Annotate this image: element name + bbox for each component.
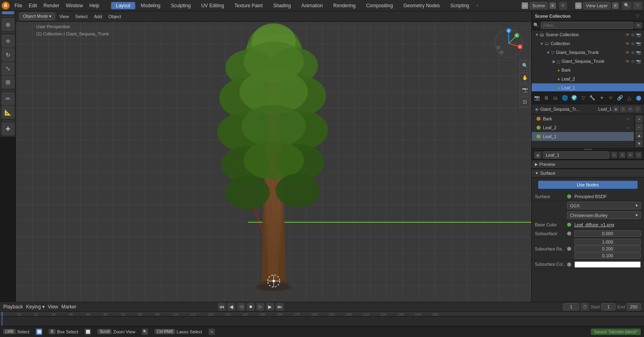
outliner-filter-icon[interactable]: ▽ (634, 13, 641, 19)
mat-copy2-icon[interactable]: ⎘ (619, 152, 625, 158)
subsurface-radius-r[interactable]: 1.000 (574, 239, 641, 245)
menu-file[interactable]: File (11, 2, 25, 9)
trunk-visibility-icon[interactable]: 👁 (625, 59, 630, 64)
timeline-ruler[interactable]: 1 10 20 30 40 50 60 70 80 90 100 110 120… (0, 312, 644, 326)
step-fwd-btn[interactable]: ▶ (266, 303, 274, 311)
tab-scripting[interactable]: Scripting (446, 2, 474, 9)
coll-render-icon[interactable]: 📷 (636, 41, 641, 46)
mat-delete2-icon[interactable]: ✕ (627, 152, 634, 158)
output-props-icon[interactable]: 🖥 (542, 93, 551, 103)
trunk-grp-visibility-icon[interactable]: 👁 (625, 50, 630, 55)
menu-edit[interactable]: Edit (25, 2, 40, 9)
subsurface-method-dropdown[interactable]: Christensen-Burley ▾ (567, 211, 641, 219)
data-props-icon[interactable]: △ (625, 93, 634, 103)
scene-props-icon[interactable]: 🌐 (560, 93, 570, 103)
remove-material-slot-btn[interactable]: − (636, 124, 643, 131)
tab-animation[interactable]: Animation (297, 2, 328, 9)
menu-help[interactable]: Help (86, 2, 103, 9)
scene-name[interactable]: Scene (530, 2, 548, 9)
frame-end-field[interactable]: 250 (627, 303, 641, 310)
material-browse-btn[interactable]: ◉ (534, 151, 541, 159)
ortho-view-btn[interactable]: ⊡ (520, 97, 530, 107)
outliner-filter-options-icon[interactable]: ⚙ (634, 22, 642, 29)
outliner-item-giant-sequoia-trunk-group[interactable]: ▼ ▽ Giant_Sequoia_Trunk 👁 ⊙ 📷 (532, 48, 644, 57)
coll-visibility-icon[interactable]: 👁 (625, 41, 630, 46)
object-props-icon[interactable]: ▽ (579, 93, 588, 103)
navigation-gizmo[interactable]: Y X Z (493, 27, 525, 61)
trunk-render-icon[interactable]: 📷 (636, 59, 641, 64)
subsurface-radius-g[interactable]: 0.200 (574, 246, 641, 252)
tab-geometry-nodes[interactable]: Geometry Nodes (398, 2, 445, 9)
outliner-item-giant-sequoia-trunk-mesh[interactable]: ▶ △ Giant_Sequoia_Trunk 👁 ⊙ 📷 (532, 57, 644, 66)
render-props-icon[interactable]: 📷 (533, 93, 542, 103)
stop-btn[interactable]: ⏺ (247, 303, 255, 311)
material-name-field[interactable] (543, 151, 609, 159)
tab-texture-paint[interactable]: Texture Paint (230, 2, 268, 9)
tab-rendering[interactable]: Rendering (328, 2, 360, 9)
move-material-down-btn[interactable]: ▼ (636, 140, 643, 147)
marker-label[interactable]: Marker (62, 304, 76, 310)
material-slot-leaf1[interactable]: Leaf_1 ≡ (532, 132, 634, 141)
material-browse-icon[interactable]: ◉ (613, 106, 619, 112)
step-back-btn[interactable]: ◀ (227, 303, 235, 311)
material-props-icon[interactable]: ⬤ (634, 93, 643, 103)
lasso-icon[interactable]: ∿ (208, 329, 215, 335)
play-back-btn[interactable]: ◁ (237, 303, 245, 311)
outliner-item-scene-collection[interactable]: ▼ 🗂 Scene Collection 👁 ⊙ 📷 (532, 30, 644, 39)
menu-window[interactable]: Window (62, 2, 86, 9)
topbar-filter-icon[interactable]: ▽ (633, 2, 642, 10)
trunk-select-icon[interactable]: ⊙ (631, 59, 634, 64)
subsurface-color-swatch[interactable] (574, 261, 641, 268)
outliner-search-input[interactable] (541, 22, 634, 29)
subsurface-value[interactable]: 0.000 (574, 230, 641, 237)
material-copy-icon[interactable]: ⎘ (620, 106, 626, 112)
menu-render[interactable]: Render (40, 2, 62, 9)
subsurface-radius-b[interactable]: 0.100 (574, 252, 641, 259)
outliner-item-leaf2[interactable]: ● Leaf_2 (532, 74, 644, 83)
material-slot-leaf2[interactable]: Leaf_2 ≡ (532, 123, 634, 132)
base-color-texture[interactable]: Leaf_diffuse_v1.png (574, 222, 614, 227)
add-menu-btn[interactable]: Add (92, 13, 105, 20)
tab-layout[interactable]: Layout (111, 2, 135, 9)
scene-close-icon[interactable]: ✕ (549, 2, 556, 9)
keying-label[interactable]: Keying ▾ (26, 304, 45, 310)
tab-uv-editing[interactable]: UV Editing (196, 2, 229, 9)
jump-start-btn[interactable]: ⏮ (218, 303, 226, 311)
view-label-timeline[interactable]: View (48, 304, 58, 310)
modifier-props-icon[interactable]: 🔧 (588, 93, 597, 103)
zoom-icon[interactable]: 🔍 (142, 329, 148, 335)
material-filter-icon[interactable]: ▽ (634, 106, 641, 112)
select-menu-btn[interactable]: Select (73, 13, 90, 20)
outliner-item-leaf1[interactable]: ● Leaf_1 (532, 83, 644, 92)
tab-modeling[interactable]: Modeling (136, 2, 165, 9)
viewlayer-close-icon[interactable]: ✕ (612, 2, 619, 9)
fps-icon[interactable]: ⏱ (581, 303, 589, 311)
scene-settings-icon[interactable]: ⚙ (559, 2, 567, 10)
hand-pan-btn[interactable]: ✋ (520, 72, 530, 83)
view-layer-props-icon[interactable]: 🗂 (551, 93, 560, 103)
tab-sculpting[interactable]: Sculpting (166, 2, 196, 9)
surface-section-header[interactable]: ▼ Surface (532, 169, 644, 178)
tab-shading[interactable]: Shading (268, 2, 296, 9)
object-menu-btn[interactable]: Object (106, 13, 124, 20)
outliner-item-bark[interactable]: ● Bark (532, 66, 644, 74)
object-mode-btn[interactable]: Object Mode ▾ (19, 12, 55, 20)
trunk-grp-select-icon[interactable]: ⊙ (631, 50, 634, 55)
jump-end-btn[interactable]: ⏭ (276, 303, 284, 311)
frame-current-field[interactable]: 1 (563, 303, 579, 310)
material-delete-icon[interactable]: ✕ (627, 106, 634, 112)
trunk-grp-render-icon[interactable]: 📷 (636, 50, 641, 55)
move-material-up-btn[interactable]: ▲ (636, 132, 643, 139)
preview-section-header[interactable]: ▶ Preview (532, 160, 644, 169)
outliner-item-collection[interactable]: ▼ 🗂 Collection 👁 ⊙ 📷 (532, 39, 644, 48)
mat-filter2-icon[interactable]: ▽ (635, 152, 642, 158)
particles-props-icon[interactable]: ✦ (597, 93, 606, 103)
visibility-icon[interactable]: 👁 (625, 33, 630, 37)
use-nodes-button[interactable]: Use Nodes (538, 181, 638, 189)
render-icon[interactable]: 📷 (636, 33, 641, 37)
select-icon[interactable]: ⊙ (631, 33, 634, 37)
physics-props-icon[interactable]: ⚛ (606, 93, 615, 103)
camera-view-btn[interactable]: 📷 (520, 85, 530, 95)
coll-select-icon[interactable]: ⊙ (631, 41, 634, 46)
material-slot-bark[interactable]: Bark ≡ (532, 114, 634, 123)
